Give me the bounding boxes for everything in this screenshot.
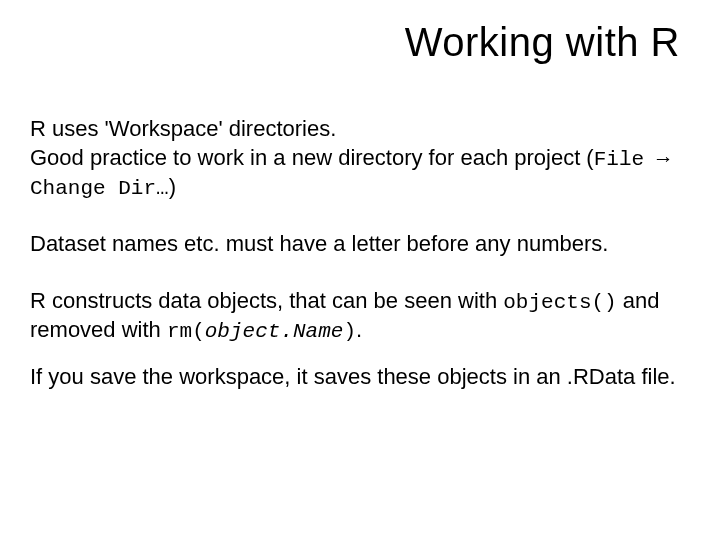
text-span: . [356, 317, 362, 342]
code-span-italic: object.Name [205, 320, 344, 343]
paragraph-dataset-names: Dataset names etc. must have a letter be… [30, 230, 690, 259]
code-span: rm( [167, 320, 205, 343]
slide: Working with R R uses 'Workspace' direct… [0, 0, 720, 540]
paragraph-workspace: R uses 'Workspace' directories. Good pra… [30, 115, 690, 202]
slide-body: R uses 'Workspace' directories. Good pra… [30, 115, 690, 392]
text-line: R uses 'Workspace' directories. [30, 115, 690, 144]
text-line: R constructs data objects, that can be s… [30, 287, 690, 346]
slide-title: Working with R [30, 20, 680, 65]
text-span: R constructs data objects, that can be s… [30, 288, 503, 313]
text-line: Dataset names etc. must have a letter be… [30, 230, 690, 259]
text-line: If you save the workspace, it saves thes… [30, 363, 690, 392]
paragraph-objects: R constructs data objects, that can be s… [30, 287, 690, 346]
code-span: ) [343, 320, 356, 343]
code-span: objects() [503, 291, 616, 314]
text-span: ) [169, 174, 176, 199]
paragraph-save: If you save the workspace, it saves thes… [30, 363, 690, 392]
text-line: Good practice to work in a new directory… [30, 144, 690, 203]
text-span: Good practice to work in a new directory… [30, 145, 594, 170]
